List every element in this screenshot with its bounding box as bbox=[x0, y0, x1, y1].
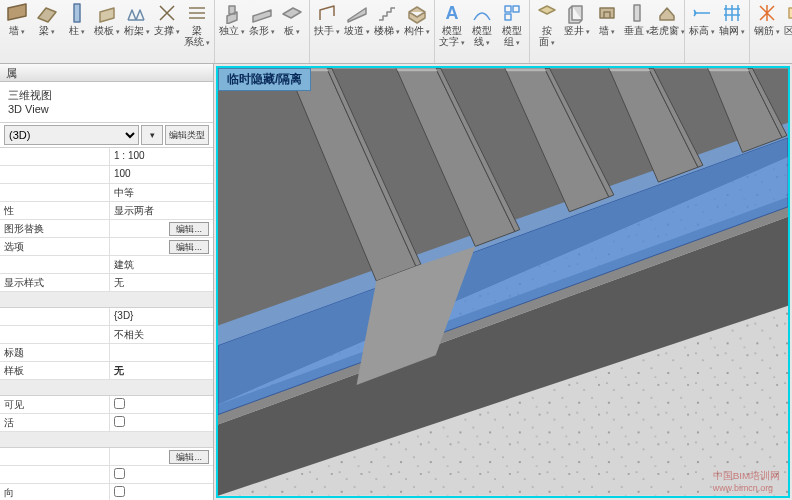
edit-button-options[interactable]: 编辑... bbox=[169, 240, 209, 254]
wall-label: 墙 ▾ bbox=[9, 25, 26, 37]
prop-label-scale-value bbox=[0, 166, 110, 183]
prop-value-edit-3[interactable]: 编辑... bbox=[110, 448, 213, 465]
prop-value-discipline[interactable]: 建筑 bbox=[110, 256, 213, 273]
prop-value-active[interactable] bbox=[110, 414, 213, 431]
svg-marker-26 bbox=[505, 68, 547, 71]
prop-row-options: 选项编辑... bbox=[0, 238, 213, 256]
prop-row-override: 图形替换编辑... bbox=[0, 220, 213, 238]
template-button[interactable]: 模板 ▾ bbox=[94, 2, 120, 37]
prop-value-template-val[interactable]: 无 bbox=[110, 362, 213, 379]
prop-label-view-name bbox=[0, 308, 110, 325]
prop-row-template-val: 样板无 bbox=[0, 362, 213, 380]
prop-label-override: 图形替换 bbox=[0, 220, 110, 237]
3d-model-canvas[interactable]: 中国BIM培训网 www.bimcn.org bbox=[218, 68, 788, 496]
gridline-icon bbox=[721, 2, 743, 24]
prop-value-visibility[interactable]: 显示两者 bbox=[110, 202, 213, 219]
prop-value-title[interactable] bbox=[110, 344, 213, 361]
grid-icon bbox=[691, 2, 713, 24]
prop-row-edit-3: 编辑... bbox=[0, 448, 213, 466]
prop-row-active: 活 bbox=[0, 414, 213, 432]
view-type-selector[interactable]: 三维视图 3D View bbox=[0, 82, 213, 123]
slab-label: 板 ▾ bbox=[284, 25, 301, 37]
prop-value-view-name[interactable]: {3D} bbox=[110, 308, 213, 325]
prop-value-scale[interactable]: 1 : 100 bbox=[110, 148, 213, 165]
brace-button[interactable]: 支撑 ▾ bbox=[154, 2, 180, 37]
filter-icon[interactable]: ▾ bbox=[141, 125, 163, 145]
area-icon bbox=[786, 2, 792, 24]
prop-value-scale-value[interactable]: 100 bbox=[110, 166, 213, 183]
prop-value-override[interactable]: 编辑... bbox=[110, 220, 213, 237]
prop-value-visible[interactable] bbox=[110, 396, 213, 413]
slab-button[interactable]: 板 ▾ bbox=[279, 2, 305, 37]
edit-button-edit-3[interactable]: 编辑... bbox=[169, 450, 209, 464]
isolated-label: 独立 ▾ bbox=[219, 25, 246, 37]
prop-label-display-style: 显示样式 bbox=[0, 274, 110, 291]
vertical-button[interactable]: 垂直 ▾ bbox=[624, 2, 650, 37]
checkbox-active[interactable] bbox=[114, 416, 125, 427]
beam-sys-button[interactable]: 梁系统 ▾ bbox=[184, 2, 210, 48]
model-text-button[interactable]: A模型文字 ▾ bbox=[439, 2, 465, 48]
column-icon bbox=[66, 2, 88, 24]
wall-open-icon bbox=[596, 2, 618, 24]
3d-viewport[interactable]: 临时隐藏/隔离 bbox=[216, 66, 790, 498]
gridline-button[interactable]: 轴网 ▾ bbox=[719, 2, 745, 37]
grid-button[interactable]: 标高 ▾ bbox=[689, 2, 715, 37]
template-label: 模板 ▾ bbox=[94, 25, 121, 37]
checkbox-visible[interactable] bbox=[114, 398, 125, 409]
ribbon-group-1: 独立 ▾条形 ▾板 ▾ bbox=[215, 0, 310, 63]
component-label: 构件 ▾ bbox=[404, 25, 431, 37]
ribbon-toolbar: 墙 ▾梁 ▾柱 ▾模板 ▾桁架 ▾支撑 ▾梁系统 ▾独立 ▾条形 ▾板 ▾扶手 … bbox=[0, 0, 792, 64]
checkbox-chk-3[interactable] bbox=[114, 468, 125, 479]
prop-row-visible: 可见 bbox=[0, 396, 213, 414]
prop-label-options: 选项 bbox=[0, 238, 110, 255]
ramp-button[interactable]: 坡道 ▾ bbox=[344, 2, 370, 37]
prop-row-visibility: 性显示两者 bbox=[0, 202, 213, 220]
truss-button[interactable]: 桁架 ▾ bbox=[124, 2, 150, 37]
prop-value-display-style[interactable]: 无 bbox=[110, 274, 213, 291]
dormer-button[interactable]: 老虎窗 ▾ bbox=[654, 2, 680, 37]
column-button[interactable]: 柱 ▾ bbox=[64, 2, 90, 37]
component-button[interactable]: 构件 ▾ bbox=[404, 2, 430, 37]
model-line-button[interactable]: 模型线 ▾ bbox=[469, 2, 495, 48]
area-button[interactable]: 区域 ▾ bbox=[784, 2, 792, 37]
checkbox-direction[interactable] bbox=[114, 486, 125, 497]
face-label: 按面 ▾ bbox=[539, 25, 556, 48]
steel-button[interactable]: 钢筋 ▾ bbox=[754, 2, 780, 37]
prop-value-independent[interactable]: 不相关 bbox=[110, 326, 213, 343]
steel-icon bbox=[756, 2, 778, 24]
prop-row-direction: 向 bbox=[0, 484, 213, 500]
wall-button[interactable]: 墙 ▾ bbox=[4, 2, 30, 37]
shaft-button[interactable]: 竖井 ▾ bbox=[564, 2, 590, 37]
strip-icon bbox=[251, 2, 273, 24]
prop-value-options[interactable]: 编辑... bbox=[110, 238, 213, 255]
instance-selector[interactable]: (3D) bbox=[4, 125, 139, 145]
prop-value-chk-3[interactable] bbox=[110, 466, 213, 483]
prop-label-scale bbox=[0, 148, 110, 165]
prop-value-direction[interactable] bbox=[110, 484, 213, 500]
edit-button-override[interactable]: 编辑... bbox=[169, 222, 209, 236]
panel-tab[interactable]: 属 bbox=[0, 64, 213, 82]
face-button[interactable]: 按面 ▾ bbox=[534, 2, 560, 48]
strip-button[interactable]: 条形 ▾ bbox=[249, 2, 275, 37]
handrail-button[interactable]: 扶手 ▾ bbox=[314, 2, 340, 37]
wall-open-button[interactable]: 墙 ▾ bbox=[594, 2, 620, 37]
beam-button[interactable]: 梁 ▾ bbox=[34, 2, 60, 37]
ribbon-group-4: 按面 ▾竖井 ▾墙 ▾垂直 ▾老虎窗 ▾ bbox=[530, 0, 685, 63]
prop-row-title: 标题 bbox=[0, 344, 213, 362]
beam-sys-icon bbox=[186, 2, 208, 24]
model-group-button[interactable]: 模型组 ▾ bbox=[499, 2, 525, 48]
prop-value-detail[interactable]: 中等 bbox=[110, 184, 213, 201]
brace-icon bbox=[156, 2, 178, 24]
isolated-button[interactable]: 独立 ▾ bbox=[219, 2, 245, 37]
slab-icon bbox=[281, 2, 303, 24]
prop-row-scale: 1 : 100 bbox=[0, 148, 213, 166]
dormer-icon bbox=[656, 2, 678, 24]
isolated-icon bbox=[221, 2, 243, 24]
steel-label: 钢筋 ▾ bbox=[754, 25, 781, 37]
stair-button[interactable]: 楼梯 ▾ bbox=[374, 2, 400, 37]
beam-label: 梁 ▾ bbox=[39, 25, 56, 37]
view-title-cn: 三维视图 bbox=[8, 88, 205, 102]
ramp-icon bbox=[346, 2, 368, 24]
edit-type-button[interactable]: 编辑类型 bbox=[165, 125, 209, 145]
stair-label: 楼梯 ▾ bbox=[374, 25, 401, 37]
